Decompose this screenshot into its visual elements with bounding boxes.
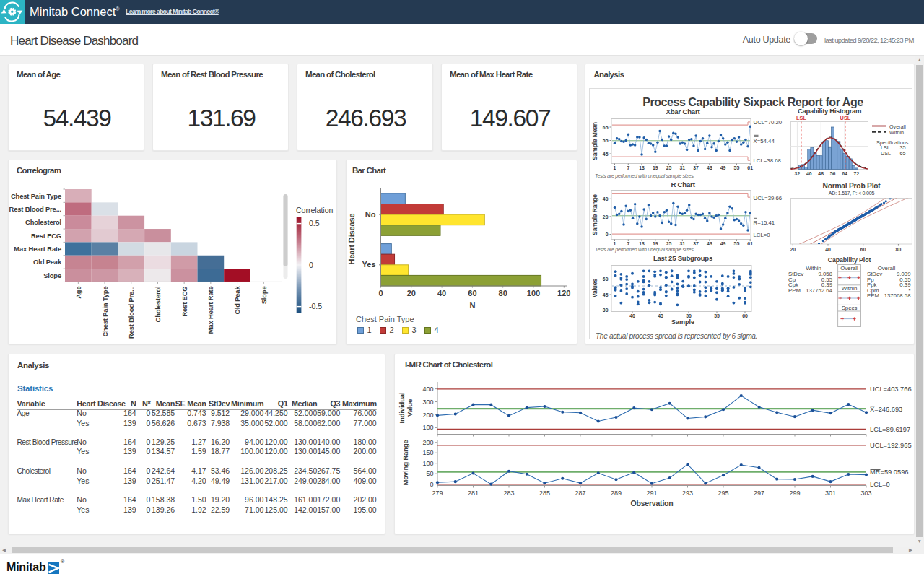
- svg-text:22.59: 22.59: [211, 505, 230, 513]
- svg-text:0.673: 0.673: [187, 418, 206, 427]
- svg-text:76.000: 76.000: [354, 409, 377, 417]
- svg-text:Heart Disease: Heart Disease: [77, 399, 126, 407]
- svg-text:100.00: 100.00: [240, 447, 263, 456]
- svg-text:137752.64: 137752.64: [806, 287, 833, 293]
- svg-text:129.25: 129.25: [152, 437, 175, 445]
- svg-text:Cholesterol: Cholesterol: [154, 287, 162, 323]
- svg-text:172.00: 172.00: [317, 495, 340, 504]
- svg-text:29.000: 29.000: [240, 409, 263, 417]
- svg-text:MR=59.0596: MR=59.0596: [870, 469, 909, 476]
- svg-text:Yes: Yes: [77, 418, 89, 427]
- svg-text:13: 13: [639, 165, 645, 170]
- svg-text:157.00: 157.00: [317, 505, 340, 513]
- svg-text:3: 3: [412, 326, 417, 334]
- svg-text:0: 0: [146, 437, 150, 445]
- svg-text:Correlation: Correlation: [296, 206, 334, 214]
- svg-text:31: 31: [679, 165, 685, 170]
- svg-text:Slope: Slope: [260, 287, 268, 305]
- svg-text:140.00: 140.00: [317, 437, 340, 445]
- svg-text:297: 297: [754, 489, 764, 497]
- svg-text:UCL=192.965: UCL=192.965: [870, 442, 912, 449]
- svg-text:48: 48: [818, 170, 824, 175]
- svg-text:Cholesterol: Cholesterol: [25, 218, 61, 226]
- svg-text:Yes: Yes: [77, 505, 89, 513]
- svg-text:0.743: 0.743: [187, 409, 206, 417]
- svg-text:Cholesterol: Cholesterol: [17, 467, 51, 475]
- svg-text:40: 40: [602, 196, 608, 201]
- svg-text:32: 32: [794, 170, 800, 175]
- svg-text:0: 0: [146, 466, 150, 475]
- svg-text:20: 20: [602, 214, 608, 219]
- svg-text:72: 72: [853, 170, 859, 175]
- svg-text:0: 0: [146, 418, 150, 427]
- svg-text:200: 200: [422, 412, 433, 419]
- svg-text:291: 291: [646, 489, 657, 497]
- svg-text:45: 45: [602, 292, 608, 297]
- svg-text:58.000: 58.000: [294, 418, 317, 427]
- svg-text:283: 283: [503, 489, 514, 497]
- svg-text:X=54.44: X=54.44: [753, 137, 775, 144]
- svg-text:LSL: LSL: [796, 115, 806, 121]
- svg-text:139.26: 139.26: [152, 505, 175, 513]
- svg-text:0: 0: [605, 232, 608, 237]
- svg-text:61: 61: [747, 241, 753, 246]
- svg-text:200.00: 200.00: [354, 447, 377, 456]
- svg-text:1.50: 1.50: [191, 495, 206, 504]
- svg-text:Minimum: Minimum: [231, 399, 263, 407]
- svg-text:Max Heart Rate: Max Heart Rate: [14, 245, 61, 253]
- svg-text:65: 65: [602, 124, 608, 129]
- svg-text:126.00: 126.00: [240, 466, 263, 475]
- svg-text:50: 50: [686, 313, 692, 318]
- svg-text:139: 139: [123, 476, 136, 484]
- svg-text:164: 164: [123, 495, 136, 504]
- svg-text:Tests are performed with unequ: Tests are performed with unequal sample …: [595, 173, 694, 179]
- svg-text:142.00: 142.00: [294, 505, 317, 513]
- svg-text:43: 43: [707, 241, 712, 246]
- svg-text:R Chart: R Chart: [671, 180, 695, 188]
- svg-text:Age: Age: [17, 409, 30, 417]
- svg-text:299: 299: [789, 489, 800, 497]
- svg-text:55: 55: [602, 138, 608, 143]
- svg-text:X=246.693: X=246.693: [870, 406, 902, 413]
- svg-text:Within: Within: [889, 129, 904, 135]
- svg-text:No: No: [77, 495, 87, 504]
- svg-text:56.626: 56.626: [152, 418, 175, 427]
- svg-text:281: 281: [468, 489, 479, 497]
- svg-text:N*: N*: [142, 399, 151, 407]
- svg-text:55: 55: [733, 241, 739, 246]
- svg-text:139: 139: [123, 505, 136, 513]
- svg-text:Max Heart Rate: Max Heart Rate: [206, 287, 214, 334]
- svg-text:No: No: [365, 210, 376, 219]
- svg-text:61: 61: [747, 165, 753, 170]
- svg-text:18.77: 18.77: [211, 447, 230, 456]
- svg-text:N: N: [131, 399, 136, 407]
- svg-text:64: 64: [842, 170, 847, 175]
- svg-text:301: 301: [825, 489, 836, 497]
- svg-text:40: 40: [806, 170, 811, 175]
- svg-text:Rest Blood Pre...: Rest Blood Pre...: [9, 205, 61, 213]
- svg-text:LCL=0: LCL=0: [870, 481, 890, 488]
- svg-text:40: 40: [629, 313, 635, 318]
- svg-text:Old Peak: Old Peak: [33, 258, 62, 266]
- svg-text:0.5: 0.5: [309, 219, 320, 227]
- svg-text:96.00: 96.00: [245, 495, 263, 504]
- svg-text:234.50: 234.50: [294, 466, 317, 475]
- svg-text:Maximum: Maximum: [342, 399, 377, 407]
- svg-text:Sample Range: Sample Range: [591, 193, 598, 235]
- svg-text:65: 65: [899, 149, 905, 156]
- svg-text:Old Peak: Old Peak: [233, 286, 241, 315]
- svg-text:PPM: PPM: [788, 287, 801, 293]
- svg-text:StDev: StDev: [209, 399, 230, 407]
- svg-text:30: 30: [602, 308, 608, 313]
- svg-text:Max Heart Rate: Max Heart Rate: [17, 496, 64, 504]
- svg-text:Rest ECG: Rest ECG: [180, 287, 188, 317]
- svg-text:300: 300: [422, 399, 433, 406]
- svg-text:50: 50: [426, 470, 433, 477]
- svg-text:139: 139: [123, 418, 136, 427]
- svg-text:242.64: 242.64: [152, 466, 175, 475]
- svg-text:134.57: 134.57: [152, 447, 175, 456]
- svg-text:200: 200: [422, 439, 433, 446]
- svg-text:Yes: Yes: [362, 260, 376, 269]
- svg-text:AD: 1.517, P: < 0.005: AD: 1.517, P: < 0.005: [828, 190, 874, 196]
- svg-text:49: 49: [720, 165, 725, 170]
